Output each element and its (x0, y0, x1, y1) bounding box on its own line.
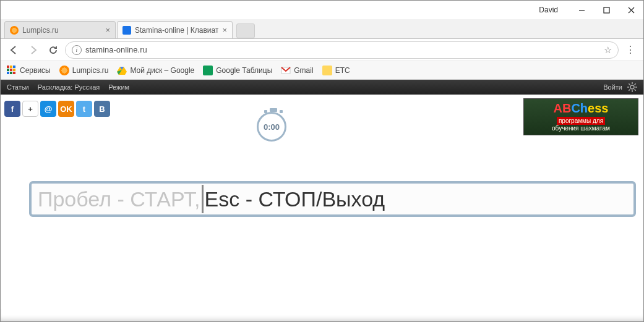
bookmark-label: ETC (335, 66, 350, 75)
menu-articles[interactable]: Статьи (7, 83, 29, 91)
window-minimize-button[interactable] (569, 1, 594, 19)
twitter-icon: t (83, 104, 85, 114)
favicon-icon (10, 26, 19, 35)
menu-mode[interactable]: Режим (108, 83, 129, 91)
new-tab-button[interactable] (236, 23, 255, 38)
login-link[interactable]: Войти (603, 83, 622, 91)
sheets-icon (203, 66, 213, 75)
tab-stamina[interactable]: Stamina-online | Клавиат × (117, 21, 233, 38)
stopwatch: 0:00 (254, 112, 289, 142)
apps-grid-icon (7, 66, 17, 75)
bookmarks-bar: Сервисы Lumpics.ru Мой диск – Google Goo… (1, 61, 643, 80)
app-top-bar: Статьи Раскладка: Русская Режим Войти (1, 80, 643, 95)
facebook-icon: f (11, 104, 14, 114)
bookmark-drive[interactable]: Мой диск – Google (117, 66, 194, 75)
nav-reload-button[interactable] (45, 42, 61, 58)
svg-line-15 (629, 90, 630, 91)
stopwatch-time: 0:00 (264, 122, 280, 132)
window-maximize-button[interactable] (594, 1, 619, 19)
tab-lumpics[interactable]: Lumpics.ru × (4, 21, 116, 38)
window-title-bar: David (1, 1, 643, 19)
typing-cursor (202, 185, 204, 213)
share-more-button[interactable]: + (22, 101, 38, 117)
share-twitter-button[interactable]: t (76, 101, 92, 117)
svg-point-8 (630, 85, 634, 89)
tab-close-icon[interactable]: × (222, 25, 227, 35)
svg-rect-1 (604, 7, 609, 13)
share-vk-button[interactable]: B (94, 101, 110, 117)
bookmark-label: Lumpics.ru (72, 66, 109, 75)
folder-icon (322, 66, 332, 75)
svg-line-13 (629, 83, 630, 85)
page-content: f + @ OK t B ABChess программы для обуче… (1, 95, 643, 321)
tab-title: Lumpics.ru (22, 26, 101, 35)
share-facebook-button[interactable]: f (4, 101, 20, 117)
browser-menu-button[interactable]: ⋮ (622, 48, 638, 52)
url-text: stamina-online.ru (85, 45, 600, 54)
banner-subtitle-1: программы для (557, 117, 605, 125)
shadow-decoration (1, 309, 643, 321)
share-mail-button[interactable]: @ (40, 101, 56, 117)
drive-icon (117, 66, 127, 75)
vk-icon: B (99, 104, 105, 114)
bookmark-star-icon[interactable]: ☆ (604, 44, 612, 56)
banner-title: ABChess (528, 101, 634, 116)
address-input[interactable]: i stamina-online.ru ☆ (65, 41, 619, 59)
address-bar: i stamina-online.ru ☆ ⋮ (1, 39, 643, 61)
bookmark-label: Мой диск – Google (130, 66, 194, 75)
bookmark-lumpics[interactable]: Lumpics.ru (59, 66, 109, 75)
plus-icon: + (28, 104, 33, 114)
svg-line-14 (635, 90, 636, 91)
window-close-button[interactable] (619, 1, 643, 19)
bookmark-label: Google Таблицы (216, 66, 272, 75)
nav-forward-button[interactable] (25, 42, 41, 58)
bookmark-label: Gmail (294, 66, 313, 75)
typing-input-area[interactable]: Пробел - СТАРТ, Esc - СТОП/Выход (29, 181, 636, 217)
favicon-icon (59, 66, 69, 75)
bookmark-gmail[interactable]: Gmail (281, 66, 313, 75)
tab-strip: Lumpics.ru × Stamina-online | Клавиат × (1, 19, 643, 39)
favicon-icon (122, 26, 131, 35)
typing-remaining-text: Esc - СТОП/Выход (205, 187, 385, 211)
bookmark-apps[interactable]: Сервисы (7, 66, 51, 75)
site-info-icon[interactable]: i (72, 45, 82, 55)
abchess-banner[interactable]: ABChess программы для обучения шахматам (523, 98, 638, 135)
menu-layout[interactable]: Раскладка: Русская (38, 83, 100, 91)
mail-icon: @ (45, 104, 53, 114)
bookmark-sheets[interactable]: Google Таблицы (203, 66, 272, 75)
share-ok-button[interactable]: OK (58, 101, 74, 117)
tab-title: Stamina-online | Клавиат (135, 26, 218, 35)
nav-back-button[interactable] (6, 42, 22, 58)
bookmark-label: Сервисы (20, 66, 51, 75)
window-user-label: David (539, 6, 558, 14)
typing-typed-text: Пробел - СТАРТ, (32, 187, 200, 211)
social-share-row: f + @ OK t B (4, 101, 110, 117)
ok-icon: OK (60, 104, 72, 114)
stopwatch-icon: 0:00 (257, 112, 286, 142)
gear-icon[interactable] (627, 82, 637, 92)
bookmark-etc[interactable]: ETC (322, 66, 350, 75)
svg-line-16 (635, 83, 636, 85)
banner-subtitle-2: обучения шахматам (528, 125, 634, 132)
tab-close-icon[interactable]: × (105, 25, 110, 35)
gmail-icon (281, 66, 291, 75)
